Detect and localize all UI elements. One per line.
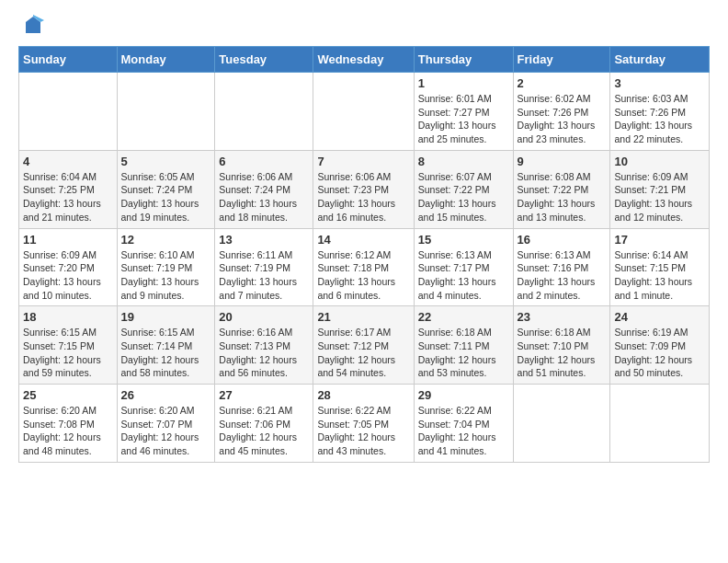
day-cell <box>610 385 710 463</box>
logo <box>18 15 44 37</box>
day-number: 16 <box>518 233 607 247</box>
day-number: 28 <box>317 388 409 402</box>
day-cell: 19Sunrise: 6:15 AM Sunset: 7:14 PM Dayli… <box>117 306 215 385</box>
day-number: 12 <box>121 233 211 247</box>
day-number: 25 <box>23 388 113 402</box>
day-info: Sunrise: 6:22 AM Sunset: 7:05 PM Dayligh… <box>317 404 409 458</box>
day-info: Sunrise: 6:06 AM Sunset: 7:24 PM Dayligh… <box>219 170 309 224</box>
day-cell: 1Sunrise: 6:01 AM Sunset: 7:27 PM Daylig… <box>414 73 513 151</box>
day-info: Sunrise: 6:20 AM Sunset: 7:08 PM Dayligh… <box>23 404 113 458</box>
day-cell: 7Sunrise: 6:06 AM Sunset: 7:23 PM Daylig… <box>313 150 414 228</box>
day-number: 21 <box>317 310 409 324</box>
day-number: 22 <box>418 310 509 324</box>
day-info: Sunrise: 6:07 AM Sunset: 7:22 PM Dayligh… <box>418 170 509 224</box>
week-row-5: 25Sunrise: 6:20 AM Sunset: 7:08 PM Dayli… <box>19 385 710 463</box>
day-info: Sunrise: 6:03 AM Sunset: 7:26 PM Dayligh… <box>614 92 705 146</box>
day-cell: 5Sunrise: 6:05 AM Sunset: 7:24 PM Daylig… <box>117 150 215 228</box>
day-cell: 26Sunrise: 6:20 AM Sunset: 7:07 PM Dayli… <box>117 385 215 463</box>
day-number: 26 <box>121 388 211 402</box>
day-cell: 10Sunrise: 6:09 AM Sunset: 7:21 PM Dayli… <box>610 150 710 228</box>
day-number: 13 <box>219 233 309 247</box>
day-number: 10 <box>614 155 705 168</box>
header <box>0 0 728 46</box>
day-cell: 3Sunrise: 6:03 AM Sunset: 7:26 PM Daylig… <box>610 73 710 151</box>
day-cell: 22Sunrise: 6:18 AM Sunset: 7:11 PM Dayli… <box>414 306 513 385</box>
day-info: Sunrise: 6:10 AM Sunset: 7:19 PM Dayligh… <box>121 248 211 303</box>
header-row: SundayMondayTuesdayWednesdayThursdayFrid… <box>19 47 710 73</box>
day-cell: 18Sunrise: 6:15 AM Sunset: 7:15 PM Dayli… <box>19 306 118 385</box>
day-header-sunday: Sunday <box>19 47 118 73</box>
day-number: 27 <box>219 388 309 402</box>
day-number: 3 <box>614 76 705 90</box>
day-number: 17 <box>614 233 705 247</box>
day-number: 4 <box>23 155 113 168</box>
day-cell: 9Sunrise: 6:08 AM Sunset: 7:22 PM Daylig… <box>513 150 610 228</box>
day-info: Sunrise: 6:02 AM Sunset: 7:26 PM Dayligh… <box>518 92 607 146</box>
day-cell: 13Sunrise: 6:11 AM Sunset: 7:19 PM Dayli… <box>215 228 313 306</box>
week-row-3: 11Sunrise: 6:09 AM Sunset: 7:20 PM Dayli… <box>19 228 710 306</box>
day-info: Sunrise: 6:08 AM Sunset: 7:22 PM Dayligh… <box>518 170 607 224</box>
day-cell: 20Sunrise: 6:16 AM Sunset: 7:13 PM Dayli… <box>215 306 313 385</box>
day-cell: 14Sunrise: 6:12 AM Sunset: 7:18 PM Dayli… <box>313 228 414 306</box>
calendar-table: SundayMondayTuesdayWednesdayThursdayFrid… <box>18 46 710 463</box>
day-number: 14 <box>317 233 409 247</box>
day-cell: 17Sunrise: 6:14 AM Sunset: 7:15 PM Dayli… <box>610 228 710 306</box>
day-number: 23 <box>518 310 607 324</box>
week-row-2: 4Sunrise: 6:04 AM Sunset: 7:25 PM Daylig… <box>19 150 710 228</box>
day-cell <box>117 73 215 151</box>
day-header-monday: Monday <box>117 47 215 73</box>
day-cell: 6Sunrise: 6:06 AM Sunset: 7:24 PM Daylig… <box>215 150 313 228</box>
day-info: Sunrise: 6:21 AM Sunset: 7:06 PM Dayligh… <box>219 404 309 458</box>
day-info: Sunrise: 6:09 AM Sunset: 7:20 PM Dayligh… <box>23 248 113 303</box>
day-info: Sunrise: 6:04 AM Sunset: 7:25 PM Dayligh… <box>23 170 113 224</box>
day-cell: 2Sunrise: 6:02 AM Sunset: 7:26 PM Daylig… <box>513 73 610 151</box>
day-info: Sunrise: 6:18 AM Sunset: 7:11 PM Dayligh… <box>418 326 509 380</box>
day-header-saturday: Saturday <box>610 47 710 73</box>
day-number: 24 <box>614 310 705 324</box>
day-info: Sunrise: 6:20 AM Sunset: 7:07 PM Dayligh… <box>121 404 211 458</box>
day-info: Sunrise: 6:06 AM Sunset: 7:23 PM Dayligh… <box>317 170 409 224</box>
day-info: Sunrise: 6:12 AM Sunset: 7:18 PM Dayligh… <box>317 248 409 303</box>
day-number: 5 <box>121 155 211 168</box>
day-cell: 29Sunrise: 6:22 AM Sunset: 7:04 PM Dayli… <box>414 385 513 463</box>
day-number: 6 <box>219 155 309 168</box>
day-number: 18 <box>23 310 113 324</box>
day-cell <box>215 73 313 151</box>
day-info: Sunrise: 6:18 AM Sunset: 7:10 PM Dayligh… <box>518 326 607 380</box>
day-number: 8 <box>418 155 509 168</box>
day-info: Sunrise: 6:13 AM Sunset: 7:16 PM Dayligh… <box>518 248 607 303</box>
day-header-wednesday: Wednesday <box>313 47 414 73</box>
day-number: 20 <box>219 310 309 324</box>
day-info: Sunrise: 6:17 AM Sunset: 7:12 PM Dayligh… <box>317 326 409 380</box>
day-cell: 12Sunrise: 6:10 AM Sunset: 7:19 PM Dayli… <box>117 228 215 306</box>
day-cell: 4Sunrise: 6:04 AM Sunset: 7:25 PM Daylig… <box>19 150 118 228</box>
day-info: Sunrise: 6:13 AM Sunset: 7:17 PM Dayligh… <box>418 248 509 303</box>
day-number: 1 <box>418 76 509 90</box>
week-row-4: 18Sunrise: 6:15 AM Sunset: 7:15 PM Dayli… <box>19 306 710 385</box>
day-number: 2 <box>518 76 607 90</box>
day-cell: 8Sunrise: 6:07 AM Sunset: 7:22 PM Daylig… <box>414 150 513 228</box>
day-info: Sunrise: 6:09 AM Sunset: 7:21 PM Dayligh… <box>614 170 705 224</box>
day-cell: 27Sunrise: 6:21 AM Sunset: 7:06 PM Dayli… <box>215 385 313 463</box>
day-cell: 23Sunrise: 6:18 AM Sunset: 7:10 PM Dayli… <box>513 306 610 385</box>
day-header-tuesday: Tuesday <box>215 47 313 73</box>
day-cell: 25Sunrise: 6:20 AM Sunset: 7:08 PM Dayli… <box>19 385 118 463</box>
day-info: Sunrise: 6:15 AM Sunset: 7:15 PM Dayligh… <box>23 326 113 380</box>
day-number: 9 <box>518 155 607 168</box>
day-number: 7 <box>317 155 409 168</box>
day-info: Sunrise: 6:01 AM Sunset: 7:27 PM Dayligh… <box>418 92 509 146</box>
day-info: Sunrise: 6:22 AM Sunset: 7:04 PM Dayligh… <box>418 404 509 458</box>
day-number: 15 <box>418 233 509 247</box>
day-cell: 15Sunrise: 6:13 AM Sunset: 7:17 PM Dayli… <box>414 228 513 306</box>
day-cell: 24Sunrise: 6:19 AM Sunset: 7:09 PM Dayli… <box>610 306 710 385</box>
day-cell <box>19 73 118 151</box>
day-cell: 16Sunrise: 6:13 AM Sunset: 7:16 PM Dayli… <box>513 228 610 306</box>
day-cell: 11Sunrise: 6:09 AM Sunset: 7:20 PM Dayli… <box>19 228 118 306</box>
day-number: 29 <box>418 388 509 402</box>
day-header-friday: Friday <box>513 47 610 73</box>
logo-icon <box>22 15 44 37</box>
day-number: 11 <box>23 233 113 247</box>
day-info: Sunrise: 6:19 AM Sunset: 7:09 PM Dayligh… <box>614 326 705 380</box>
day-info: Sunrise: 6:15 AM Sunset: 7:14 PM Dayligh… <box>121 326 211 380</box>
day-header-thursday: Thursday <box>414 47 513 73</box>
